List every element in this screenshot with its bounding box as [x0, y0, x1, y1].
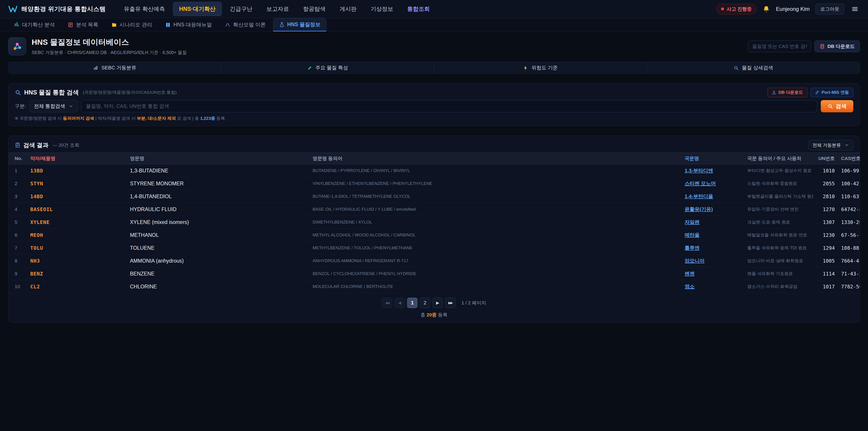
search-type-value: 전체 통합검색: [34, 103, 65, 110]
sub-tab-bar: 대기확산 분석 분석 목록 시나리오 관리 HNS 대응매뉴얼 확산모델 이론 …: [0, 18, 868, 32]
next-page-button[interactable]: ▶: [432, 298, 443, 308]
cell-english-name: METHANOL: [127, 229, 309, 242]
quick-sebc-classification[interactable]: SEBC 거동분류: [8, 62, 221, 73]
korean-name-link[interactable]: 1,4-부탄디올: [685, 193, 713, 199]
col-korean-name[interactable]: 국문명: [682, 153, 744, 164]
col-english-name[interactable]: 영문명: [127, 153, 309, 164]
korean-name-link[interactable]: 윤활유(기유): [685, 206, 713, 212]
download-icon: [772, 90, 776, 95]
bolt-icon: [523, 65, 528, 70]
col-cas-number[interactable]: CAS번호: [838, 153, 860, 164]
results-table: No. 약자/제품명 영문명 영문명 동의어 국문명 국문 동의어 / 주요 사…: [8, 153, 860, 293]
total-count: 총 20종 등록: [8, 312, 860, 318]
total-prefix: 총: [421, 312, 427, 317]
cell-no: 8: [8, 254, 27, 267]
korean-name-link[interactable]: 자일렌: [685, 219, 700, 225]
cell-abbr: CL2: [27, 280, 127, 293]
cell-un-number: 1294: [813, 242, 838, 254]
nav-item-hns-air-dispersion[interactable]: HNS·대기확산: [173, 2, 221, 16]
menu-button[interactable]: [850, 4, 860, 14]
cell-abbr: NH3: [27, 254, 127, 267]
korean-name-link[interactable]: 암모니아: [685, 258, 705, 264]
cell-korean-name: 메탄올: [682, 229, 744, 242]
col-korean-synonyms: 국문 동의어 / 주요 사용처: [744, 153, 813, 164]
cell-english-synonyms: VINYLBENZENE / ETHENYLBENZENE / PHENYLET…: [309, 177, 682, 190]
cell-no: 7: [8, 242, 27, 254]
table-row[interactable]: 9 BENZ BENZENE BENZOL / CYCLOHEXATRIENE …: [8, 267, 860, 280]
header-search-input[interactable]: [748, 40, 811, 52]
col-abbr[interactable]: 약자/제품명: [27, 153, 127, 164]
korean-name-link[interactable]: 메탄올: [685, 232, 700, 238]
nav-item-reports[interactable]: 보고자료: [260, 2, 295, 16]
portmis-link-button[interactable]: Port-MIS 연동: [811, 88, 853, 97]
nav-item-aerial-search[interactable]: 항공탐색: [297, 2, 332, 16]
table-row[interactable]: 8 NH3 AMMONIA (anhydrous) ANHYDROUS AMMO…: [8, 254, 860, 267]
incident-status-badge[interactable]: 사고 진행중: [716, 4, 756, 14]
tab-hns-substance-info[interactable]: HNS 물질정보: [273, 18, 327, 31]
nav-item-board[interactable]: 게시판: [334, 2, 363, 16]
molecule-icon: [12, 41, 22, 52]
page-button-2[interactable]: 2: [420, 298, 430, 308]
korean-name-link[interactable]: 1,3-부타디엔: [685, 168, 713, 173]
quick-substance-properties[interactable]: 주요 물질 특성: [221, 62, 434, 73]
tab-hns-response-manual[interactable]: HNS 대응매뉴얼: [159, 18, 218, 31]
results-header: 검색 결과 — 20건 조회 전체 거동분류: [8, 140, 860, 150]
curve-icon: [225, 22, 230, 28]
nav-item-weather[interactable]: 기상정보: [365, 2, 399, 16]
bell-icon[interactable]: [763, 5, 770, 13]
last-page-button[interactable]: ▶▶: [445, 298, 456, 308]
pencil-icon: [307, 65, 312, 70]
hint-count: 1,223종: [200, 116, 215, 121]
table-row[interactable]: 4 BASEOIL HYDRAULIC FLUID BASE OIL / HYD…: [8, 203, 860, 216]
cell-english-name: CHLORINE: [127, 280, 309, 293]
table-row[interactable]: 1 13BD 1,3-BUTADIENE BUTADIENE / PYRROYL…: [8, 164, 860, 177]
logout-button[interactable]: 로그아웃: [815, 4, 844, 14]
cell-un-number: 1270: [813, 203, 838, 216]
cell-english-synonyms: BUTANE-1,4-DIOL / TETRAMETHYLENE GLYCOL: [309, 190, 682, 203]
tab-dispersion-model-theory[interactable]: 확산모델 이론: [219, 18, 272, 31]
korean-name-link[interactable]: 벤젠: [685, 271, 694, 276]
total-suffix: 등록: [437, 312, 447, 317]
brand[interactable]: 해양환경 위기대응 통합시스템: [8, 4, 106, 14]
nav-item-integrated-search[interactable]: 통합조회: [401, 2, 436, 16]
cell-un-number: 1230: [813, 229, 838, 242]
korean-name-link[interactable]: 염소: [685, 284, 694, 289]
cell-no: 10: [8, 280, 27, 293]
cell-english-synonyms: MOLECULAR CHLORINE / BERTHOLITE: [309, 280, 682, 293]
quick-risk-criteria[interactable]: 위험도 기준: [434, 62, 647, 73]
table-row[interactable]: 6 MEOH METHANOL METHYL ALCOHOL / WOOD AL…: [8, 229, 860, 242]
cell-korean-synonyms: 벤졸·석유화학 기초원료: [744, 267, 813, 280]
cell-no: 3: [8, 190, 27, 203]
prev-page-button[interactable]: ◀: [395, 298, 405, 308]
search-button[interactable]: 검색: [821, 100, 853, 112]
portmis-label: Port-MIS 연동: [822, 90, 849, 95]
table-row[interactable]: 5 XYLENE XYLENE (mixed isomers) DIMETHYL…: [8, 216, 860, 229]
link-icon: [815, 90, 819, 95]
table-row[interactable]: 10 CL2 CHLORINE MOLECULAR CHLORINE / BER…: [8, 280, 860, 293]
page-button-1[interactable]: 1: [407, 298, 417, 308]
cell-korean-synonyms: 염소가스·수처리·화학공업: [744, 280, 813, 293]
tab-dispersion-analysis[interactable]: 대기확산 분석: [8, 18, 61, 31]
tab-analysis-list[interactable]: 분석 목록: [62, 18, 104, 31]
search-results-panel: 검색 결과 — 20건 조회 전체 거동분류 No. 약자/제품명 영문명 영문…: [8, 135, 860, 323]
nav-item-emergency-rescue[interactable]: 긴급구난: [224, 2, 258, 16]
table-row[interactable]: 2 STYN STYRENE MONOMER VINYLBENZENE / ET…: [8, 177, 860, 190]
total-value: 20종: [427, 312, 436, 317]
first-page-button[interactable]: ◀◀: [382, 298, 392, 308]
db-download-button[interactable]: DB 다운로드: [814, 40, 860, 52]
search-type-select[interactable]: 전체 통합검색: [30, 100, 78, 112]
cell-un-number: 2810: [813, 190, 838, 203]
behavior-filter-select[interactable]: 전체 거동분류: [808, 140, 853, 150]
unified-search-input[interactable]: [81, 100, 817, 112]
cell-korean-name: 톨루엔: [682, 242, 744, 254]
nav-item-oil-spill-forecast[interactable]: 유출유 확산예측: [118, 2, 171, 16]
table-row[interactable]: 3 14BD 1,4-BUTANEDIOL BUTANE-1,4-DIOL / …: [8, 190, 860, 203]
quick-substance-detail-search[interactable]: 물질 상세검색: [647, 62, 860, 73]
korean-name-link[interactable]: 스티렌 모노머: [685, 181, 716, 186]
table-row[interactable]: 7 TOLU TOLUENE METHYLBENZENE / TOLUOL / …: [8, 242, 860, 254]
tab-scenario-management[interactable]: 시나리오 관리: [105, 18, 158, 31]
db-download-small-button[interactable]: DB 다운로드: [767, 88, 807, 97]
results-title: 검색 결과: [23, 141, 49, 149]
col-un-number[interactable]: UN번호: [813, 153, 838, 164]
korean-name-link[interactable]: 톨루엔: [685, 245, 700, 251]
